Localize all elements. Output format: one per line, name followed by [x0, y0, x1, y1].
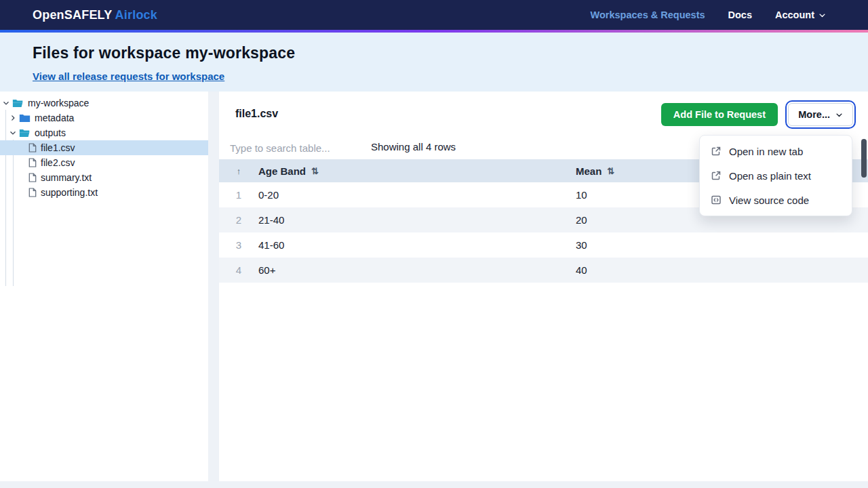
- menu-item-label: View source code: [729, 195, 809, 206]
- file-panel-header: file1.csv Add File to Request More...: [219, 92, 868, 138]
- vertical-scrollbar[interactable]: [861, 139, 867, 375]
- menu-item-open-as-plain-text[interactable]: Open as plain text: [700, 163, 852, 188]
- file-icon: [28, 143, 37, 152]
- more-dropdown-menu: Open in new tab Open as plain text View …: [699, 135, 852, 216]
- row-index: 2: [219, 214, 258, 226]
- tree-item-outputs[interactable]: outputs: [0, 125, 208, 140]
- row-index: 1: [219, 189, 258, 201]
- table-row: 4 60+ 40: [219, 258, 868, 283]
- file-title: file1.csv: [235, 108, 278, 120]
- age-band-cell: 21-40: [258, 214, 576, 226]
- folder-open-icon: [12, 98, 24, 108]
- mean-cell: 30: [576, 239, 868, 251]
- rows-status-text: Showing all 4 rows: [371, 141, 456, 152]
- tree-item-label: file2.csv: [41, 157, 75, 168]
- file-icon: [28, 188, 37, 197]
- file-icon: [28, 158, 37, 167]
- tree-item-label: metadata: [35, 113, 74, 123]
- nav-account-label: Account: [775, 9, 814, 20]
- file-tree-sidebar: my-workspace metadata outputs file1.csv …: [0, 92, 208, 481]
- column-header-label: Mean: [576, 165, 601, 177]
- brand-primary: OpenSAFELY: [33, 8, 112, 22]
- page-header: Files for workspace my-workspace View al…: [0, 33, 868, 92]
- menu-item-label: Open as plain text: [729, 170, 811, 182]
- tree-item-file1-csv[interactable]: file1.csv: [0, 140, 208, 155]
- more-button[interactable]: More...: [788, 103, 853, 126]
- row-index: 4: [219, 264, 258, 276]
- chevron-down-icon[interactable]: [8, 129, 18, 136]
- tree-item-my-workspace[interactable]: my-workspace: [0, 96, 208, 110]
- index-column-header[interactable]: ↑: [219, 166, 258, 176]
- folder-open-icon: [19, 128, 31, 138]
- menu-item-view-source-code[interactable]: View source code: [700, 188, 852, 212]
- external-link-icon: [711, 146, 722, 157]
- tree-item-label: summary.txt: [41, 172, 92, 183]
- code-icon: [711, 195, 722, 205]
- page-title: Files for workspace my-workspace: [33, 44, 835, 62]
- nav-links: Workspaces & Requests Docs Account: [591, 9, 826, 20]
- nav-docs-link[interactable]: Docs: [728, 9, 752, 20]
- scrollbar-thumb[interactable]: [861, 139, 867, 178]
- column-header-label: Age Band: [258, 165, 306, 177]
- view-release-requests-link[interactable]: View all release requests for workspace: [33, 70, 224, 82]
- menu-item-label: Open in new tab: [729, 146, 803, 157]
- tree-item-file2-csv[interactable]: file2.csv: [0, 155, 208, 170]
- age-band-cell: 0-20: [258, 189, 576, 201]
- add-file-to-request-button[interactable]: Add File to Request: [661, 103, 778, 126]
- top-navbar: OpenSAFELY Airlock Workspaces & Requests…: [0, 0, 868, 30]
- chevron-down-icon: [818, 12, 826, 19]
- sort-ascending-icon[interactable]: ↑: [237, 166, 241, 176]
- row-index: 3: [219, 239, 258, 251]
- menu-item-open-in-new-tab[interactable]: Open in new tab: [700, 139, 852, 163]
- brand-secondary: Airlock: [115, 8, 157, 22]
- tree-item-label: supporting.txt: [41, 187, 98, 198]
- table-search-input[interactable]: [230, 139, 359, 157]
- tree-item-summary-txt[interactable]: summary.txt: [0, 170, 208, 185]
- tree-item-metadata[interactable]: metadata: [0, 110, 208, 125]
- sort-toggle-icon[interactable]: ⇅: [311, 166, 319, 176]
- chevron-right-icon[interactable]: [8, 115, 18, 121]
- chevron-down-icon: [835, 111, 843, 119]
- age-band-column-header[interactable]: Age Band ⇅: [258, 165, 576, 177]
- mean-cell: 40: [576, 264, 868, 276]
- age-band-cell: 60+: [258, 264, 576, 276]
- tree-item-label: file1.csv: [41, 142, 75, 153]
- tree-item-label: my-workspace: [28, 98, 89, 108]
- folder-icon: [19, 113, 31, 123]
- sort-toggle-icon[interactable]: ⇅: [607, 166, 614, 176]
- tree-item-label: outputs: [35, 127, 66, 138]
- more-button-label: More...: [798, 109, 830, 120]
- external-link-icon: [711, 170, 722, 181]
- nav-workspaces-requests-link[interactable]: Workspaces & Requests: [591, 9, 705, 20]
- tree-item-supporting-txt[interactable]: supporting.txt: [0, 185, 208, 200]
- brand-logo[interactable]: OpenSAFELY Airlock: [33, 8, 157, 22]
- age-band-cell: 41-60: [258, 239, 576, 251]
- nav-account-menu[interactable]: Account: [775, 9, 826, 20]
- chevron-down-icon[interactable]: [1, 100, 11, 106]
- file-icon: [28, 173, 37, 182]
- table-row: 3 41-60 30: [219, 232, 868, 258]
